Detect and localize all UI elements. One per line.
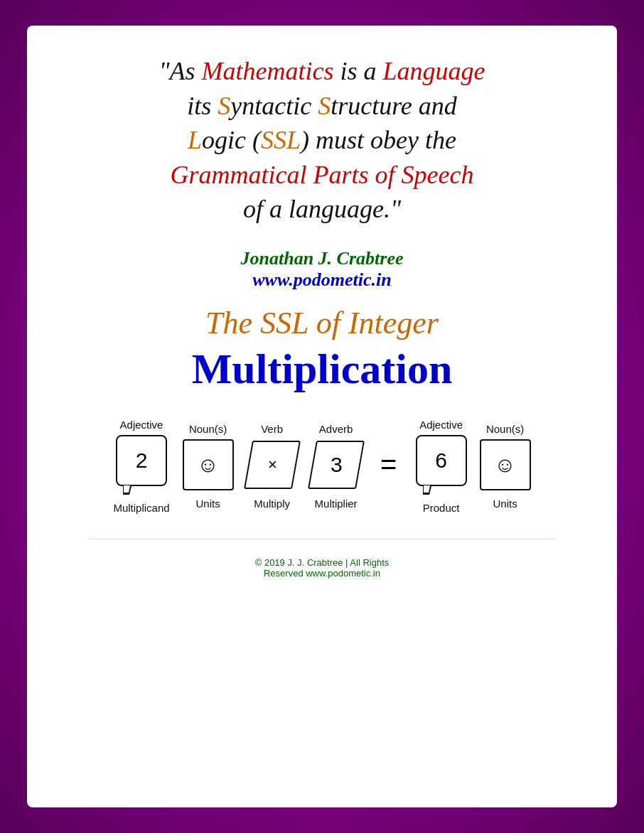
value-multiplier: 3 bbox=[330, 453, 342, 477]
label-nouns-1: Noun(s) bbox=[189, 423, 227, 435]
diagram-multiplier: Adverb 3 Multiplier bbox=[311, 423, 362, 510]
quote-plain-yntactic: yntactic bbox=[230, 92, 318, 120]
quote-plain-is: is a bbox=[334, 57, 383, 85]
quote-line3: Logic (SSL) must obey the bbox=[159, 123, 485, 158]
value-units-2: ☺ bbox=[494, 453, 516, 477]
quote-s1: S bbox=[218, 92, 230, 120]
label-multiplier: Multiplier bbox=[315, 498, 358, 510]
diagram-product: Adjective 6 Product bbox=[416, 419, 467, 514]
label-nouns-2: Noun(s) bbox=[486, 423, 524, 435]
box-product: 6 bbox=[416, 435, 467, 486]
author-block: Jonathan J. Crabtree www.podometic.in bbox=[241, 248, 404, 291]
bubble-tail-inner-1 bbox=[124, 485, 130, 493]
quote-plain-must: ) must obey the bbox=[301, 126, 456, 154]
quote-l: L bbox=[188, 126, 202, 154]
label-adjective-2: Adjective bbox=[419, 419, 463, 431]
subtitle-multiplication: Multiplication bbox=[192, 345, 453, 394]
box-units-1: ☺ bbox=[183, 439, 234, 490]
quote-plain-ogic: ogic ( bbox=[202, 126, 261, 154]
quote-s2: S bbox=[318, 92, 331, 120]
quote-ssl: SSL bbox=[261, 126, 301, 154]
box-multiplier-wrap: 3 bbox=[311, 439, 362, 490]
quote-block: "As Mathematics is a Language its Syntac… bbox=[159, 54, 485, 227]
quote-mathematics: Mathematics bbox=[202, 57, 334, 85]
diagram-multiply: Verb × Multiply bbox=[247, 423, 298, 510]
quote-plain-as: "As bbox=[159, 57, 201, 85]
value-multiply: × bbox=[267, 456, 277, 474]
quote-line5: of a language." bbox=[159, 192, 485, 227]
label-verb: Verb bbox=[261, 423, 283, 435]
copyright: © 2019 J. J. Crabtree | All Rights Reser… bbox=[255, 557, 390, 579]
quote-line4: Grammatical Parts of Speech bbox=[159, 158, 485, 193]
diagram: Adjective 2 Multiplicand Noun(s) ☺ Units… bbox=[63, 419, 581, 514]
value-units-1: ☺ bbox=[197, 453, 219, 477]
box-multiplier: 3 bbox=[308, 441, 365, 489]
quote-plain-its: its bbox=[187, 92, 218, 120]
box-multiply: × bbox=[244, 441, 301, 489]
diagram-equals: = bbox=[375, 423, 403, 510]
label-product: Product bbox=[423, 502, 460, 514]
bubble-tail-inner-2 bbox=[424, 485, 430, 493]
quote-line2: its Syntactic Structure and bbox=[159, 89, 485, 124]
diagram-units-1: Noun(s) ☺ Units bbox=[183, 423, 234, 510]
diagram-units-2: Noun(s) ☺ Units bbox=[480, 423, 531, 510]
diagram-multiplicand: Adjective 2 Multiplicand bbox=[113, 419, 169, 514]
box-multiplicand: 2 bbox=[116, 435, 167, 486]
equals-sign: = bbox=[375, 439, 403, 490]
label-units-1: Units bbox=[196, 498, 220, 510]
quote-line1: "As Mathematics is a Language bbox=[159, 54, 485, 89]
value-multiplicand: 2 bbox=[136, 448, 148, 473]
box-units-2: ☺ bbox=[480, 439, 531, 490]
label-adverb: Adverb bbox=[319, 423, 353, 435]
divider bbox=[89, 539, 556, 539]
quote-grammatical: Grammatical Parts of Speech bbox=[171, 161, 474, 189]
author-name: Jonathan J. Crabtree bbox=[241, 248, 404, 269]
quote-plain-tructure: tructure and bbox=[331, 92, 457, 120]
subtitle-ssl: The SSL of Integer bbox=[205, 305, 439, 341]
label-adjective-1: Adjective bbox=[120, 419, 163, 431]
copyright-line1: © 2019 J. J. Crabtree | All Rights bbox=[255, 557, 390, 568]
quote-plain-of: of a language." bbox=[243, 195, 401, 223]
author-website: www.podometic.in bbox=[241, 269, 404, 291]
copyright-line2: Reserved www.podometic.in bbox=[255, 568, 390, 579]
value-product: 6 bbox=[435, 448, 447, 473]
label-multiplicand: Multiplicand bbox=[113, 502, 169, 514]
main-card: "As Mathematics is a Language its Syntac… bbox=[27, 26, 617, 807]
quote-language: Language bbox=[383, 57, 485, 85]
label-units-2: Units bbox=[493, 498, 517, 510]
box-multiply-wrap: × bbox=[247, 439, 298, 490]
label-multiply: Multiply bbox=[254, 498, 290, 510]
